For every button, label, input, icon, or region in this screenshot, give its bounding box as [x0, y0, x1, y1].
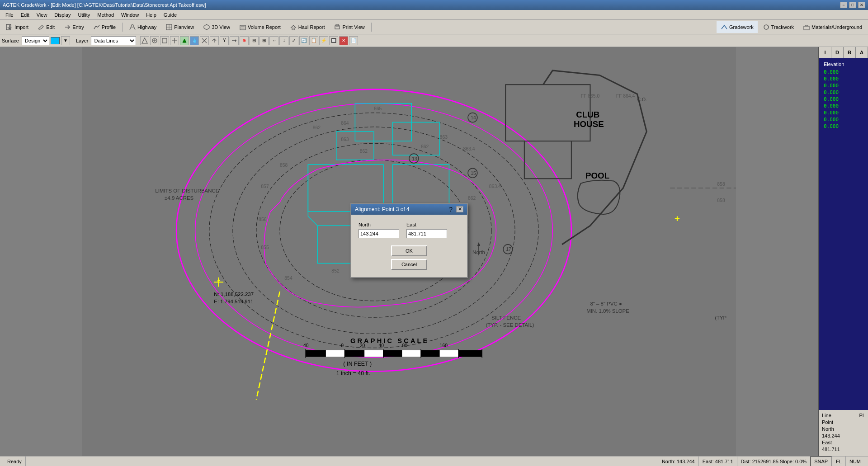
print-view-button[interactable]: Print View	[330, 21, 368, 33]
cancel-button[interactable]: Cancel	[391, 259, 427, 270]
entry-icon	[64, 24, 71, 31]
svg-rect-2	[240, 25, 245, 30]
tool-btn-17[interactable]: 🔄	[299, 36, 308, 45]
entry-button[interactable]: Entry	[60, 21, 88, 33]
materials-button[interactable]: Materials/Underground	[799, 21, 866, 33]
import-button[interactable]: Import	[2, 21, 33, 33]
tool-btn-20[interactable]: 🔲	[329, 36, 338, 45]
east-input[interactable]	[406, 229, 447, 238]
edit-button[interactable]: Edit	[33, 21, 59, 33]
elev-val-4: 0.000	[821, 89, 866, 96]
3dview-button[interactable]: 3D View	[199, 21, 234, 33]
tool-btn-1[interactable]	[140, 36, 149, 45]
menu-view[interactable]: View	[33, 11, 51, 19]
menu-window[interactable]: Window	[118, 11, 142, 19]
close-button[interactable]: ✕	[858, 2, 865, 8]
right-tab-a[interactable]: A	[856, 47, 868, 58]
trackwork-button[interactable]: Trackwork	[759, 21, 798, 33]
tool-btn-19[interactable]: ⚡	[319, 36, 328, 45]
svg-rect-3	[292, 28, 295, 30]
ok-button[interactable]: OK	[391, 245, 427, 256]
materials-icon	[803, 24, 810, 31]
tool-btn-9[interactable]: Y	[220, 36, 229, 45]
gradework-icon	[721, 24, 728, 31]
status-fl[interactable]: FL	[832, 457, 845, 466]
tool-btn-14[interactable]: ↔	[269, 36, 278, 45]
layer-select[interactable]: Data Lines	[91, 36, 136, 45]
tool-btn-21[interactable]: ✕	[339, 36, 348, 45]
edit-icon	[38, 24, 45, 31]
haul-report-button[interactable]: Haul Report	[286, 21, 329, 33]
east-val-row: 481.711	[822, 447, 865, 452]
line-value: PL	[859, 413, 865, 418]
tool-btn-22[interactable]: 📄	[349, 36, 358, 45]
tool-btn-18[interactable]: 📋	[309, 36, 318, 45]
tool-btn-15[interactable]: ↕	[279, 36, 288, 45]
tool-btn-2[interactable]	[150, 36, 159, 45]
svg-marker-8	[142, 38, 147, 43]
tool-btn-16[interactable]: ⤢	[289, 36, 298, 45]
dialog-body: North East OK Cancel	[351, 215, 467, 277]
highway-button[interactable]: Highway	[125, 21, 160, 33]
tool-btn-8[interactable]	[210, 36, 219, 45]
north-field: North	[359, 222, 399, 238]
titlebar-controls[interactable]: − □ ✕	[840, 2, 865, 8]
planview-icon	[165, 24, 173, 31]
tool-btn-5[interactable]	[180, 36, 189, 45]
status-ready: Ready	[4, 457, 26, 466]
elev-val-6: 0.000	[821, 103, 866, 109]
tool-btn-12[interactable]: ⊟	[250, 36, 259, 45]
right-panel-tabs: I D B A	[819, 47, 868, 58]
minimize-button[interactable]: −	[840, 2, 847, 8]
dialog-close-button[interactable]: ✕	[456, 206, 463, 212]
right-tab-b[interactable]: B	[844, 47, 856, 58]
elev-val-5: 0.000	[821, 96, 866, 103]
status-snap[interactable]: SNAP	[810, 457, 832, 466]
status-east: East: 481.711	[698, 457, 737, 466]
main-area: CLUB HOUSE POOL LIMITS OF DISTURBANCE ±4…	[0, 47, 868, 456]
right-tab-d[interactable]: D	[831, 47, 844, 58]
menu-guide[interactable]: Guide	[160, 11, 180, 19]
gradework-button[interactable]: Gradework	[717, 21, 758, 33]
tool-btn-11[interactable]: ⊕	[240, 36, 249, 45]
toolbar-sep2	[371, 23, 372, 32]
right-panel: I D B A Elevation 0.000 0.000 0.000 0.00…	[818, 47, 868, 456]
print-view-icon	[334, 24, 341, 31]
menu-utility[interactable]: Utility	[74, 11, 94, 19]
canvas-area[interactable]: CLUB HOUSE POOL LIMITS OF DISTURBANCE ±4…	[0, 47, 818, 456]
tool-btn-10[interactable]	[230, 36, 239, 45]
surface-dropdown-btn[interactable]: ▼	[61, 36, 70, 45]
line-row: Line PL	[822, 413, 865, 418]
tool-btn-3[interactable]	[160, 36, 169, 45]
east-row: East	[822, 440, 865, 445]
menu-file[interactable]: File	[2, 11, 17, 19]
elev-val-1: 0.000	[821, 69, 866, 75]
right-tab-i[interactable]: I	[819, 47, 831, 58]
surface-select[interactable]: Design	[22, 36, 49, 45]
status-dist-slope: Dist: 2152691.85 Slope: 0.0%	[737, 457, 811, 466]
dialog-help-icon[interactable]: ?	[449, 206, 453, 213]
east-label: East	[406, 222, 447, 227]
planview-button[interactable]: Planview	[161, 21, 198, 33]
menu-edit[interactable]: Edit	[17, 11, 33, 19]
tool-btn-7[interactable]	[200, 36, 209, 45]
svg-rect-7	[804, 26, 809, 30]
tool-btn-4[interactable]	[170, 36, 179, 45]
volume-report-button[interactable]: Volume Report	[235, 21, 285, 33]
highway-icon	[129, 24, 136, 31]
north-row: North	[822, 426, 865, 432]
elevation-section: Elevation 0.000 0.000 0.000 0.000 0.000 …	[819, 58, 868, 410]
north-label: North	[359, 222, 399, 227]
profile-button[interactable]: Profile	[89, 21, 120, 33]
tool-btn-13[interactable]: ⊞	[259, 36, 269, 45]
menu-help[interactable]: Help	[142, 11, 160, 19]
north-input[interactable]	[359, 229, 399, 238]
restore-button[interactable]: □	[849, 2, 856, 8]
haul-report-icon	[290, 24, 297, 31]
status-num[interactable]: NUM	[845, 457, 864, 466]
right-bottom: Line PL Point North 143.244 East 481.711	[819, 410, 868, 456]
menu-display[interactable]: Display	[51, 11, 74, 19]
menu-method[interactable]: Method	[94, 11, 118, 19]
tool-btn-6[interactable]: 💧	[190, 36, 199, 45]
3dview-icon	[203, 24, 210, 31]
